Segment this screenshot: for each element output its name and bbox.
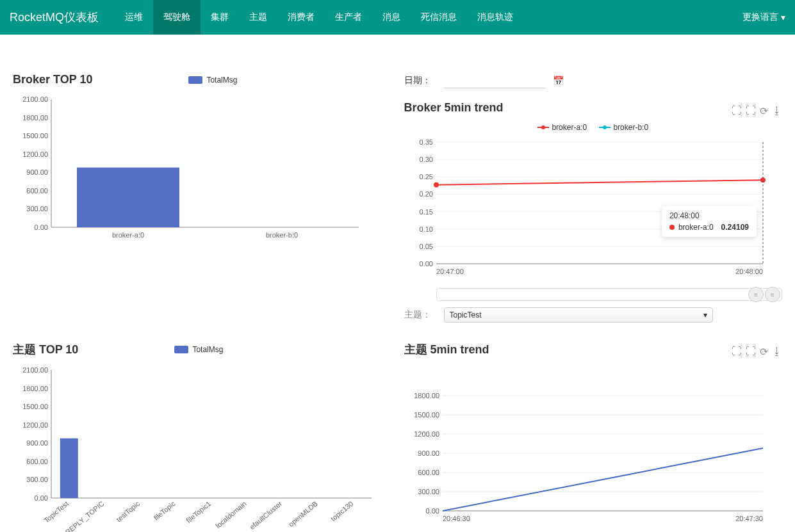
svg-text:testTopic: testTopic — [115, 499, 141, 523]
topic-5min-title: 主题 5min trend — [404, 342, 489, 357]
svg-text:900.00: 900.00 — [418, 449, 439, 457]
svg-text:1800.00: 1800.00 — [22, 385, 48, 392]
nav-consumer[interactable]: 消费者 — [277, 0, 325, 35]
topic-label: 主题： — [404, 309, 431, 321]
svg-rect-10 — [77, 168, 179, 227]
svg-text:20:47:00: 20:47:00 — [436, 268, 464, 275]
nav-producer[interactable]: 生产者 — [325, 0, 372, 35]
zoom-slider[interactable]: ≡ ≡ — [436, 288, 783, 301]
svg-text:fileTopic: fileTopic — [152, 499, 177, 522]
svg-text:1200.00: 1200.00 — [22, 150, 48, 158]
svg-text:20:47:30: 20:47:30 — [735, 515, 763, 522]
svg-text:600.00: 600.00 — [26, 458, 48, 465]
svg-text:0.25: 0.25 — [419, 173, 432, 181]
broker-top10-title: Broker TOP 10 — [13, 73, 92, 86]
nav-cluster[interactable]: 集群 — [201, 0, 239, 35]
download-icon[interactable]: ⭳ — [772, 346, 782, 358]
topic-top10-title: 主题 TOP 10 — [13, 342, 78, 357]
topic-select[interactable]: TopicTest ▾ — [444, 307, 713, 323]
restore-icon[interactable]: ⛶ — [746, 105, 756, 117]
svg-text:1500.00: 1500.00 — [22, 132, 48, 140]
svg-text:1800.00: 1800.00 — [414, 392, 439, 399]
date-label: 日期： — [404, 75, 431, 86]
topic-5min-panel: 主题 5min trend ⛶ ⛶ ⟳ ⭳ 0.00300.00600.0090… — [404, 342, 783, 532]
legend-totalmsg[interactable]: TotalMsg — [188, 76, 237, 85]
svg-text:0.05: 0.05 — [419, 243, 432, 250]
svg-text:1200.00: 1200.00 — [22, 421, 48, 429]
topic-5min-chart: 0.00300.00600.00900.001200.001500.001800… — [404, 383, 783, 530]
svg-text:2100.00: 2100.00 — [22, 95, 48, 103]
toolbox: ⛶ ⛶ ⟳ ⭳ — [732, 105, 782, 117]
svg-text:fileTopic1: fileTopic1 — [184, 499, 212, 524]
svg-text:0.00: 0.00 — [35, 494, 48, 502]
svg-text:0.00: 0.00 — [419, 260, 432, 268]
svg-text:1200.00: 1200.00 — [414, 430, 439, 438]
restore-icon[interactable]: ⛶ — [746, 346, 756, 358]
svg-text:efaultCluster: efaultCluster — [248, 499, 283, 531]
svg-text:REPLY_TOPIC: REPLY_TOPIC — [64, 499, 106, 532]
download-icon[interactable]: ⭳ — [772, 105, 782, 117]
svg-text:0.00: 0.00 — [425, 507, 439, 515]
svg-text:600.00: 600.00 — [26, 187, 48, 195]
svg-text:openMLDB: openMLDB — [287, 499, 319, 528]
broker-top10-chart: 0.00300.00600.00900.001200.001500.001800… — [13, 93, 391, 246]
nav-message[interactable]: 消息 — [372, 0, 411, 35]
topic-top10-panel: 主题 TOP 10 TotalMsg 0.00300.00600.00900.0… — [13, 342, 391, 532]
svg-text:TopicTest: TopicTest — [42, 499, 70, 524]
brand-title: RocketMQ仪表板 — [10, 10, 99, 25]
nav-topic[interactable]: 主题 — [239, 0, 277, 35]
broker-trend-legend: broker-a:0 broker-b:0 — [404, 121, 783, 132]
topic-top10-chart: 0.00300.00600.00900.001200.001500.001800… — [13, 364, 391, 532]
lang-switch-label: 更换语言 — [742, 12, 778, 23]
svg-text:0.20: 0.20 — [419, 190, 432, 198]
legend-broker-b[interactable]: broker-b:0 — [599, 123, 648, 132]
nav-dashboard[interactable]: 驾驶舱 — [153, 0, 201, 35]
svg-line-30 — [436, 180, 763, 185]
svg-text:600.00: 600.00 — [418, 469, 439, 476]
zoom-icon[interactable]: ⛶ — [732, 346, 742, 358]
caret-down-icon: ▾ — [781, 12, 785, 22]
svg-text:900.00: 900.00 — [26, 168, 48, 176]
svg-text:topic130: topic130 — [329, 499, 355, 522]
refresh-icon[interactable]: ⟳ — [760, 346, 768, 358]
tooltip-series: broker-a:0 — [678, 223, 714, 232]
nav-dlq[interactable]: 死信消息 — [411, 0, 467, 35]
svg-text:1500.00: 1500.00 — [22, 403, 48, 410]
legend-broker-a[interactable]: broker-a:0 — [537, 123, 587, 132]
calendar-icon[interactable]: 📅 — [553, 76, 564, 86]
svg-text:broker-b:0: broker-b:0 — [266, 231, 298, 239]
right-top: 日期： 📅 Broker 5min trend ⛶ ⛶ ⟳ ⭳ broker-a… — [404, 73, 783, 329]
zoom-icon[interactable]: ⛶ — [732, 105, 742, 117]
toolbox-2: ⛶ ⛶ ⟳ ⭳ — [732, 346, 782, 358]
svg-text:1500.00: 1500.00 — [414, 411, 439, 419]
svg-text:0.15: 0.15 — [419, 208, 432, 216]
broker-5min-title: Broker 5min trend — [404, 101, 504, 115]
nav-ops[interactable]: 运维 — [115, 0, 153, 35]
slider-handle-right[interactable]: ≡ — [765, 287, 780, 302]
svg-text:2100.00: 2100.00 — [22, 366, 48, 374]
svg-line-71 — [443, 448, 763, 511]
chart-tooltip: 20:48:00 broker-a:00.24109 — [662, 206, 757, 237]
svg-text:20:48:00: 20:48:00 — [735, 268, 763, 275]
svg-text:300.00: 300.00 — [26, 476, 48, 483]
svg-rect-46 — [60, 439, 78, 498]
svg-text:localdomain: localdomain — [214, 499, 248, 529]
nav-trace[interactable]: 消息轨迹 — [467, 0, 523, 35]
svg-text:0.30: 0.30 — [419, 156, 432, 163]
svg-text:broker-a:0: broker-a:0 — [112, 231, 144, 239]
navbar: RocketMQ仪表板 运维 驾驶舱 集群 主题 消费者 生产者 消息 死信消息… — [0, 0, 795, 35]
refresh-icon[interactable]: ⟳ — [760, 105, 768, 117]
date-input[interactable] — [444, 73, 546, 88]
svg-text:20:46:30: 20:46:30 — [443, 515, 470, 522]
chevron-down-icon: ▾ — [703, 310, 707, 319]
broker-top10-panel: Broker TOP 10 TotalMsg 0.00300.00600.009… — [13, 73, 391, 329]
lang-switch[interactable]: 更换语言 ▾ — [742, 12, 785, 23]
svg-text:900.00: 900.00 — [26, 439, 48, 447]
main-nav: 运维 驾驶舱 集群 主题 消费者 生产者 消息 死信消息 消息轨迹 — [115, 0, 523, 35]
legend-totalmsg-2[interactable]: TotalMsg — [174, 345, 223, 354]
svg-text:300.00: 300.00 — [418, 488, 439, 496]
svg-point-31 — [434, 182, 439, 188]
tooltip-value: 0.24109 — [721, 223, 749, 232]
svg-text:300.00: 300.00 — [26, 205, 48, 213]
slider-handle-left[interactable]: ≡ — [748, 287, 764, 302]
